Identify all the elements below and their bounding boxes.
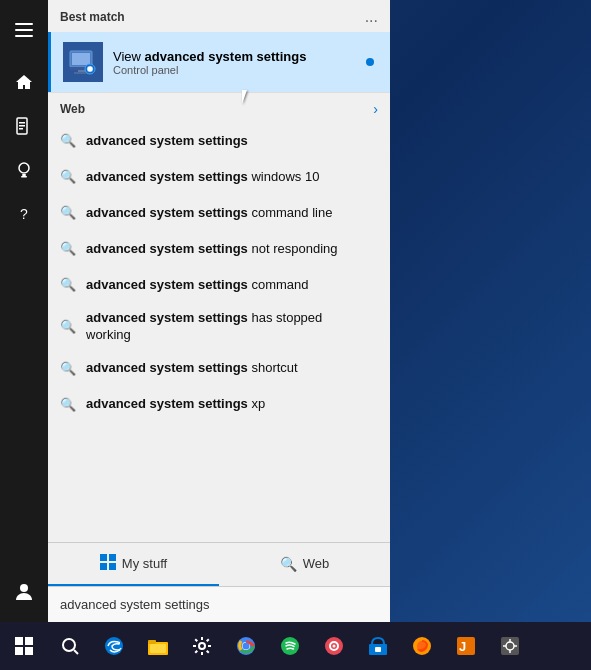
search-icon: 🔍 — [60, 169, 76, 185]
search-bar[interactable]: advanced system settings — [48, 586, 390, 622]
svg-rect-4 — [19, 122, 25, 124]
best-match-label: Best match — [60, 10, 125, 24]
bottom-tabs: My stuff 🔍 Web — [48, 542, 390, 586]
svg-rect-8 — [22, 174, 26, 176]
bulb-icon[interactable] — [0, 148, 48, 192]
tab-my-stuff[interactable]: My stuff — [48, 543, 219, 586]
documents-icon[interactable] — [0, 104, 48, 148]
taskbar-java-icon[interactable]: J — [444, 624, 488, 668]
svg-point-23 — [63, 639, 75, 651]
suggestion-text: advanced system settings has stoppedwork… — [86, 310, 322, 344]
more-options-button[interactable]: ... — [365, 8, 378, 26]
start-button[interactable] — [0, 622, 48, 670]
suggestion-item[interactable]: 🔍 advanced system settings shortcut — [48, 351, 390, 387]
suggestion-item[interactable]: 🔍 advanced system settings windows 10 — [48, 159, 390, 195]
suggestion-text: advanced system settings — [86, 133, 248, 150]
suggestion-text: advanced system settings windows 10 — [86, 169, 319, 186]
svg-rect-21 — [100, 563, 107, 570]
suggestion-item[interactable]: 🔍 advanced system settings — [48, 123, 390, 159]
svg-point-34 — [281, 637, 299, 655]
suggestion-item[interactable]: 🔍 advanced system settings xp — [48, 387, 390, 423]
search-icon: 🔍 — [60, 277, 76, 293]
best-match-item[interactable]: View advanced system settings Control pa… — [48, 32, 390, 92]
taskbar-spotify-icon[interactable] — [268, 624, 312, 668]
svg-rect-1 — [15, 29, 33, 31]
search-icon: 🔍 — [60, 133, 76, 149]
svg-point-7 — [19, 163, 29, 173]
search-icon: 🔍 — [60, 397, 76, 413]
web-tab-label: Web — [303, 556, 330, 571]
svg-rect-2 — [15, 35, 33, 37]
suggestion-item[interactable]: 🔍 advanced system settings not respondin… — [48, 231, 390, 267]
taskbar-edge-icon[interactable] — [92, 624, 136, 668]
svg-rect-19 — [100, 554, 107, 561]
best-match-text: View advanced system settings Control pa… — [113, 49, 378, 76]
svg-point-30 — [199, 643, 205, 649]
windows-start-logo — [15, 637, 33, 655]
best-match-title: View advanced system settings — [113, 49, 378, 64]
main-content: Best match ... — [48, 0, 390, 622]
taskbar-search-icon[interactable] — [48, 624, 92, 668]
svg-point-37 — [333, 645, 336, 648]
view-prefix: View — [113, 49, 145, 64]
web-label: Web — [60, 102, 85, 116]
svg-point-18 — [87, 66, 93, 72]
svg-text:J: J — [459, 639, 466, 654]
svg-point-11 — [20, 584, 28, 592]
taskbar-config-icon[interactable] — [488, 624, 532, 668]
suggestion-text: advanced system settings xp — [86, 396, 265, 413]
help-icon[interactable]: ? — [0, 192, 48, 236]
web-search-icon: 🔍 — [280, 556, 297, 572]
suggestion-text: advanced system settings command line — [86, 205, 332, 222]
svg-rect-20 — [109, 554, 116, 561]
tab-web[interactable]: 🔍 Web — [219, 543, 390, 586]
svg-text:?: ? — [20, 206, 28, 222]
search-icon: 🔍 — [60, 241, 76, 257]
suggestion-item[interactable]: 🔍 advanced system settings command line — [48, 195, 390, 231]
suggestion-text: advanced system settings not responding — [86, 241, 337, 258]
best-match-subtitle: Control panel — [113, 64, 378, 76]
svg-rect-9 — [21, 176, 27, 178]
web-arrow-icon: › — [373, 101, 378, 117]
search-icon: 🔍 — [60, 205, 76, 221]
start-menu: ? Best match ... — [0, 0, 390, 622]
taskbar: J — [0, 622, 591, 670]
search-icon: 🔍 — [60, 361, 76, 377]
hamburger-icon[interactable] — [0, 8, 48, 52]
loading-indicator — [366, 58, 374, 66]
control-panel-icon — [63, 42, 103, 82]
sidebar: ? — [0, 0, 48, 622]
advanced-settings-bold: advanced system settings — [145, 49, 307, 64]
svg-line-24 — [74, 650, 78, 654]
suggestion-text: advanced system settings shortcut — [86, 360, 298, 377]
suggestion-text: advanced system settings command — [86, 277, 309, 294]
taskbar-settings-icon[interactable] — [180, 624, 224, 668]
home-icon[interactable] — [0, 60, 48, 104]
svg-rect-29 — [150, 644, 166, 653]
svg-rect-5 — [19, 125, 25, 127]
svg-rect-22 — [109, 563, 116, 570]
svg-rect-28 — [148, 640, 156, 644]
svg-rect-0 — [15, 23, 33, 25]
suggestion-item[interactable]: 🔍 advanced system settings has stoppedwo… — [48, 303, 390, 351]
svg-rect-39 — [375, 647, 381, 652]
my-stuff-label: My stuff — [122, 556, 167, 571]
best-match-header: Best match ... — [48, 0, 390, 32]
taskbar-groove-icon[interactable] — [312, 624, 356, 668]
taskbar-file-explorer-icon[interactable] — [136, 624, 180, 668]
windows-logo-icon — [100, 554, 116, 573]
search-icon: 🔍 — [60, 319, 76, 335]
taskbar-store-icon[interactable] — [356, 624, 400, 668]
taskbar-chrome-icon[interactable] — [224, 624, 268, 668]
desktop: ? Best match ... — [0, 0, 591, 670]
svg-rect-13 — [72, 53, 90, 65]
suggestions-list: 🔍 advanced system settings 🔍 advanced sy… — [48, 123, 390, 542]
search-input-value[interactable]: advanced system settings — [60, 597, 210, 612]
svg-point-33 — [243, 643, 250, 650]
person-icon[interactable] — [0, 570, 48, 614]
svg-rect-6 — [19, 128, 23, 130]
suggestion-item[interactable]: 🔍 advanced system settings command — [48, 267, 390, 303]
web-header[interactable]: Web › — [48, 92, 390, 123]
taskbar-firefox-icon[interactable] — [400, 624, 444, 668]
